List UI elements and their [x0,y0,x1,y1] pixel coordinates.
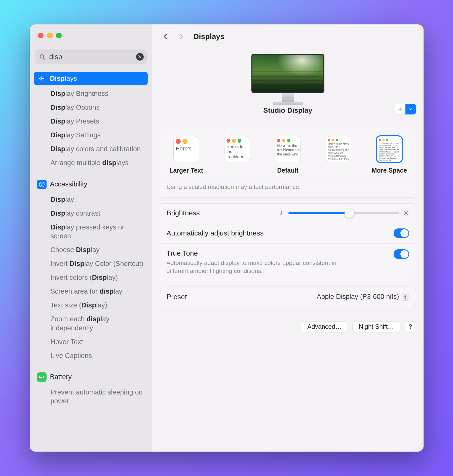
sidebar-item[interactable]: Screen area for display [48,285,148,298]
sidebar-item[interactable]: Display Options [48,101,148,114]
help-button[interactable]: ? [405,321,416,332]
sidebar-item[interactable]: Prevent automatic sleeping on power [48,385,148,408]
sidebar-item[interactable]: Zoom each display independently [48,312,148,335]
preset-row: Preset Apple Display (P3-600 nits) ▲▼ [160,287,416,307]
resolution-card: Here'sLarger TextHere's to the troublemH… [160,127,416,198]
zoom-window-button[interactable] [56,33,62,38]
brightness-card: Brightness A [160,203,416,281]
resolution-option[interactable]: Here's to the troublemakers, the ones wh… [266,136,310,174]
truetone-label: True Tone [167,249,388,257]
svg-line-7 [40,77,41,77]
forward-button[interactable] [176,31,187,42]
svg-point-27 [405,212,407,214]
search-field-wrap: ✕ [35,50,147,64]
sidebar-item[interactable]: Hover Text [48,335,148,349]
sidebar-item[interactable]: Live Captions [48,349,148,363]
preset-select[interactable]: Apple Display (P3-600 nits) ▲▼ [317,293,409,301]
sidebar-item[interactable]: Text size (Display) [48,298,148,312]
truetone-switch[interactable] [394,249,409,259]
advanced-button[interactable]: Advanced… [301,321,348,332]
svg-line-9 [43,77,43,77]
resolution-option[interactable]: Here'sLarger Text [164,136,209,174]
sidebar-item[interactable]: Display contrast [48,207,148,220]
sidebar-item[interactable]: Display [48,193,148,207]
settings-window: ✕ DisplaysDisplay BrightnessDisplay Opti… [30,24,424,452]
auto-brightness-label: Automatically adjust brightness [167,229,264,237]
sidebar-section-battery[interactable]: Battery [34,370,148,384]
sidebar-item[interactable]: Display Settings [48,128,148,142]
display-name: Studio Display [160,106,416,114]
search-input[interactable] [35,50,147,64]
sidebar-item[interactable]: Display Presets [48,114,148,128]
sidebar-item[interactable]: Invert colors (Display) [48,271,148,285]
truetone-row: True Tone Automatically adapt display to… [160,244,416,281]
svg-line-23 [280,212,281,212]
display-preview-screen [251,54,324,93]
svg-line-33 [407,214,408,215]
sidebar-section-label: Battery [50,373,72,381]
resolution-thumb: Here's to the crazy ones. The troublemak… [376,136,402,162]
accessibility-icon [37,180,47,189]
resolution-option[interactable]: Here's to the troublem [215,136,259,174]
truetone-desc: Automatically adapt display to make colo… [167,259,348,275]
sun-icon [37,74,47,83]
main: Displays Studio Display [152,24,424,452]
help-label: ? [408,323,412,330]
svg-line-26 [280,214,281,215]
window-controls [33,24,148,41]
svg-line-34 [407,211,408,212]
sidebar-item[interactable]: Display colors and calibration [48,142,148,156]
dropdown-stepper-icon: ▲▼ [402,293,409,301]
svg-rect-15 [40,377,42,378]
footer: Advanced… Night Shift… ? [160,321,416,332]
sidebar-item[interactable]: Arrange multiple displays [48,156,148,170]
display-picker-button[interactable] [405,104,416,114]
auto-brightness-switch[interactable] [394,228,409,238]
sidebar-section-label: Accessibility [50,180,87,188]
svg-line-8 [43,80,43,80]
svg-line-1 [43,58,45,59]
clear-search-button[interactable]: ✕ [136,53,144,61]
minimize-window-button[interactable] [47,33,53,38]
sidebar-item[interactable]: Display Brightness [48,87,148,101]
resolution-note: Using a scaled resolution may affect per… [160,180,416,197]
resolution-label: More Space [367,167,411,174]
sidebar-section-accessibility[interactable]: Accessibility [34,178,148,191]
back-button[interactable] [160,31,171,42]
preset-label: Preset [167,293,187,301]
resolution-thumb: Here's to the crazy ones, the troublemak… [326,136,351,162]
resolution-option[interactable]: Here's to the crazy ones. The troublemak… [367,136,411,174]
close-window-button[interactable] [38,33,44,38]
brightness-label: Brightness [167,209,200,217]
search-icon [39,54,46,60]
brightness-track[interactable] [288,212,399,214]
toolbar: Displays [152,24,424,49]
svg-point-2 [41,77,43,79]
display-preview [251,54,324,104]
sidebar-item[interactable]: Display pressed keys on screen [48,220,148,243]
preset-value: Apple Display (P3-600 nits) [317,293,399,301]
auto-brightness-row: Automatically adjust brightness [160,223,416,244]
svg-line-24 [283,214,283,215]
page-title: Displays [194,32,224,41]
svg-line-35 [404,214,404,215]
display-header: Studio Display [152,49,424,119]
sidebar-item[interactable]: Choose Display [48,243,148,257]
resolution-thumb: Here's to the troublem [224,136,250,162]
svg-line-25 [283,212,283,212]
resolution-label: Larger Text [164,167,209,174]
add-display-button[interactable] [395,104,405,114]
night-shift-label: Night Shift… [359,323,394,330]
svg-point-18 [281,212,282,214]
resolution-label: Default [266,167,310,174]
svg-point-12 [41,183,42,184]
resolution-thumb: Here's to the troublemakers, the ones wh… [275,136,300,162]
advanced-label: Advanced… [307,323,342,330]
sidebar-section-displays[interactable]: Displays [34,72,148,85]
brightness-slider[interactable] [278,210,409,216]
brightness-high-icon [403,210,409,216]
brightness-row: Brightness [160,204,416,223]
resolution-option[interactable]: Here's to the crazy ones, the troublemak… [316,136,361,174]
night-shift-button[interactable]: Night Shift… [352,321,400,332]
sidebar-item[interactable]: Invert Display Color (Shortcut) [48,257,148,271]
